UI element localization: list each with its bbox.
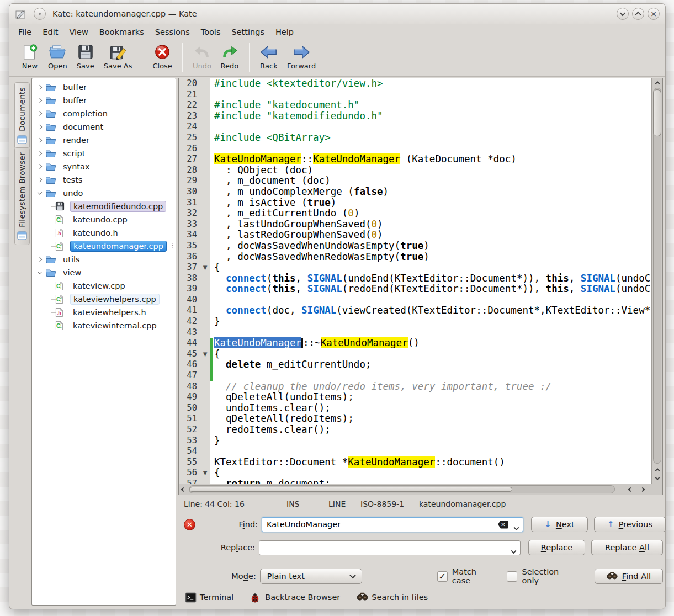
code-line-40[interactable]: 40 [179,295,651,306]
scroll-left-arrow[interactable] [179,484,188,495]
code-line-20[interactable]: 20#include <ktexteditor/view.h> [179,78,651,89]
code-line-57[interactable]: 57 return m_document; [179,479,651,484]
tree-folder-completion[interactable]: completion [32,107,176,120]
fold-marker-icon[interactable]: ▼ [200,468,210,479]
tree-folder-undo[interactable]: undo [32,187,176,200]
code-line-49[interactable]: 49 qDeleteAll(undoItems); [179,392,651,403]
find-input[interactable]: KateUndoManager ✕ [262,517,523,532]
forward-button[interactable]: Forward [283,42,320,71]
scroll-down-arrow[interactable] [652,474,662,483]
code-line-54[interactable]: 54 [179,446,651,457]
code-line-22[interactable]: 22#include "katedocument.h" [179,100,651,111]
close-search-bar-button[interactable]: ✕ [184,519,195,530]
code-line-53[interactable]: 53} [179,436,651,447]
tree-folder-utils[interactable]: utils [32,253,176,266]
selection-only-checkbox[interactable] [507,571,517,582]
find-next-button[interactable]: ↓Next [531,517,588,532]
code-line-21[interactable]: 21 [179,89,651,100]
code-line-31[interactable]: 31 , m_isActive (true) [179,198,651,209]
clear-text-icon[interactable]: ✕ [498,521,508,529]
code-line-42[interactable]: 42} [179,316,651,327]
code-line-52[interactable]: 52 redoItems.clear(); [179,424,651,436]
undo-button[interactable]: Undo [188,42,216,71]
sidebar-tab-documents[interactable]: Documents [14,82,30,149]
tree-file-kateviewhelpers.h[interactable]: .hkateviewhelpers.h [32,306,176,319]
tree-folder-view[interactable]: view [32,266,176,279]
code-line-33[interactable]: 33 , lastUndoGroupWhenSaved(0) [179,219,651,230]
collapse-icon[interactable] [35,192,44,195]
menu-file[interactable]: File [13,25,37,39]
code-line-35[interactable]: 35 , docWasSavedWhenUndoWasEmpty(true) [179,241,651,252]
menu-view[interactable]: View [63,25,93,39]
vscroll-thumb[interactable] [653,89,661,136]
code-line-41[interactable]: 41 connect(doc, SIGNAL(viewCreated(KText… [179,305,651,316]
collapse-icon[interactable] [35,271,44,274]
menu-edit[interactable]: Edit [37,25,63,39]
horizontal-scrollbar[interactable] [179,484,651,495]
tree-folder-document[interactable]: document [32,120,176,134]
save-button[interactable]: Save [72,42,99,71]
tree-folder-render[interactable]: render [32,134,176,147]
maximize-button[interactable] [632,8,644,20]
vertical-scrollbar[interactable] [651,78,662,484]
menu-help[interactable]: Help [270,25,299,39]
code-line-45[interactable]: 45▼{ [179,349,651,360]
expand-icon[interactable] [35,99,44,102]
expand-icon[interactable] [35,86,44,89]
match-case-label[interactable]: Match case [452,567,493,585]
replace-button[interactable]: Replace [528,540,585,555]
tree-file-katemodifiedundo.cpp[interactable]: katemodifiedundo.cpp [32,200,176,213]
code-line-26[interactable]: 26 [179,144,651,155]
expand-icon[interactable] [35,125,44,129]
code-line-51[interactable]: 51 qDeleteAll(redoItems); [179,413,651,424]
back-button[interactable]: Back [255,42,283,71]
expand-icon[interactable] [35,165,44,168]
code-line-55[interactable]: 55KTextEditor::Document *KateUndoManager… [179,457,651,468]
toolview-button-terminal[interactable]: Terminal [185,592,233,602]
status-insert-mode[interactable]: INS [286,500,300,508]
code-line-32[interactable]: 32 , m_editCurrentUndo (0) [179,208,651,219]
menu-settings[interactable]: Settings [226,25,270,39]
code-line-44[interactable]: 44KateUndoManager::~KateUndoManager() [179,338,651,349]
tree-folder-buffer[interactable]: buffer [32,81,176,94]
code-line-34[interactable]: 34 , lastRedoGroupWhenSaved(0) [179,230,651,241]
scroll-up-arrow-2[interactable] [652,465,662,474]
tree-file-kateviewinternal.cpp[interactable]: C++kateviewinternal.cpp [32,319,176,332]
titlebar-menu-button[interactable] [34,8,46,20]
redo-button[interactable]: Redo [216,42,243,71]
close-button[interactable]: Close [148,42,176,71]
new-button[interactable]: New [16,42,44,71]
expand-icon[interactable] [35,112,44,115]
code-line-27[interactable]: 27KateUndoManager::KateUndoManager (Kate… [179,154,651,165]
code-line-46[interactable]: 46 delete m_editCurrentUndo; [179,359,651,370]
find-all-button[interactable]: Find All [595,569,663,584]
code-line-25[interactable]: 25#include <QBitArray> [179,132,651,144]
tree-file-kateundomanager.cpp[interactable]: C++kateundomanager.cpp [32,240,176,253]
replace-input[interactable] [259,540,521,555]
code-line-37[interactable]: 37▼{ [179,262,651,273]
hscroll-track[interactable] [189,485,615,493]
tree-file-kateview.cpp[interactable]: C++kateview.cpp [32,279,176,293]
code-line-43[interactable]: 43 [179,327,651,338]
code-line-56[interactable]: 56▼{ [179,468,651,479]
vscroll-track[interactable] [653,88,661,464]
replace-history-dropdown-icon[interactable] [512,546,516,555]
expand-icon[interactable] [35,152,44,155]
tree-folder-syntax[interactable]: syntax [32,160,176,173]
open-button[interactable]: Open [44,42,72,71]
code-line-23[interactable]: 23#include "katemodifiedundo.h" [179,111,651,122]
toolview-button-backtrace[interactable]: Backtrace Browser [250,592,340,602]
menu-bookmarks[interactable]: Bookmarks [94,25,150,39]
code-line-39[interactable]: 39 connect(this, SIGNAL(redoEnd(KTextEdi… [179,284,651,295]
code-area[interactable]: 20#include <ktexteditor/view.h>2122#incl… [179,78,651,484]
titlebar[interactable]: Kate: kateundomanager.cpp — Kate × [9,4,665,24]
replace-all-button[interactable]: Replace All [591,540,663,555]
match-case-checkbox[interactable]: ✓ [437,571,448,582]
tree-file-kateundo.h[interactable]: .hkateundo.h [32,226,176,240]
code-line-47[interactable]: 47 [179,370,651,381]
find-previous-button[interactable]: ↑Previous [594,517,666,532]
code-line-28[interactable]: 28 : QObject (doc) [179,165,651,176]
code-line-36[interactable]: 36 , docWasSavedWhenRedoWasEmpty(true) [179,252,651,263]
code-line-50[interactable]: 50 undoItems.clear(); [179,403,651,414]
saveas-button[interactable]: Save As [99,42,137,71]
